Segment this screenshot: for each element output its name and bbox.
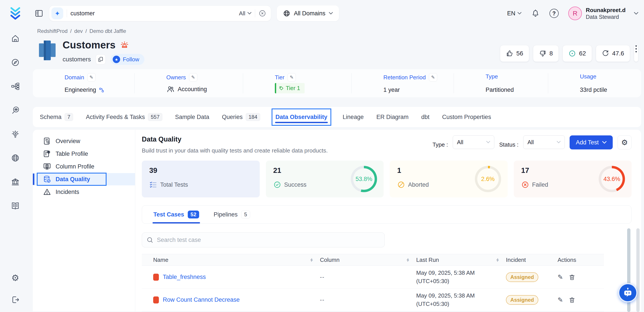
subnav-column-profile[interactable]: Column Profile [33,160,135,173]
home-icon[interactable] [11,34,20,43]
globe-icon[interactable] [11,153,20,162]
add-test-button[interactable]: Add Test [570,135,613,149]
dq-settings-gear-icon[interactable]: ⚙ [618,135,632,149]
type-label[interactable]: Type [486,73,498,80]
breadcrumb-database[interactable]: Demo dbt Jaffle [90,28,126,34]
sidebar-toggle-icon[interactable] [34,9,43,18]
tab-pipelines[interactable]: Pipelines 5 [214,206,250,223]
rail-nav [11,34,20,210]
settings-gear-icon[interactable]: ⚙ [11,273,20,282]
freshness-button[interactable]: 47.6 [596,45,630,62]
tab-sample-data[interactable]: Sample Data [174,109,210,125]
table-row: Row Count Cannot Decrease -- May 09, 202… [142,288,604,311]
follow-button[interactable]: ★ Follow [110,54,144,65]
sort-icon[interactable]: ▲▼ [406,258,409,262]
incident-badge[interactable]: Assigned [506,295,538,305]
tier-label[interactable]: Tier [275,74,284,81]
alert-siren-icon[interactable] [120,40,129,50]
downvote-button[interactable]: 8 [533,45,559,62]
observability-search-eye-icon[interactable] [11,106,20,115]
tab-dbt[interactable]: dbt [421,109,430,125]
upvote-button[interactable]: 56 [500,45,529,62]
tab-queries[interactable]: Queries184 [222,109,260,125]
language-selector[interactable]: EN [507,10,522,17]
edit-pencil-icon[interactable]: ✎ [288,73,296,82]
observability-subnav: Overview Table Profile Column Profile Da… [33,130,135,311]
subnav-overview[interactable]: Overview [33,135,135,147]
insights-bulb-icon[interactable] [11,130,20,138]
highlight-box [37,173,106,186]
failed-status-chip [153,296,159,303]
breadcrumb-connection[interactable]: RedshiftProd [37,28,68,34]
sort-icon[interactable]: ▲▼ [496,258,498,262]
help-icon[interactable]: ? [550,9,559,18]
glossary-book-icon[interactable] [11,201,20,210]
global-search-bar[interactable]: ✦ All [49,6,271,21]
tier-badge[interactable]: Tier 1 [275,83,304,93]
edit-pencil-icon[interactable]: ✎ [558,273,563,281]
tab-lineage[interactable]: Lineage [342,109,364,125]
delete-trash-icon[interactable] [569,274,575,280]
test-case-search[interactable] [142,232,385,247]
metadata-type: Type Partitioned [454,73,548,93]
search-scope-dropdown[interactable]: All [239,10,252,17]
chatbot-button[interactable] [618,283,638,302]
tab-custom-properties[interactable]: Custom Properties [442,109,492,125]
sort-icon[interactable]: ▲▼ [310,258,312,262]
page-title: Customers [62,39,116,51]
edit-pencil-icon[interactable]: ✎ [87,73,96,82]
type-filter-select[interactable]: All [453,135,494,149]
owners-label[interactable]: Owners [166,74,186,81]
copy-icon[interactable] [96,54,106,64]
metadata-usage: Usage 33rd pctile [548,73,641,93]
ai-sparkle-icon: ✦ [52,8,63,19]
search-input[interactable] [70,10,236,17]
summary-cards: 39 Total Tests 21 Success 53.8% 1 [142,161,632,197]
score-button[interactable]: 62 [562,45,592,62]
logout-icon[interactable] [11,295,20,304]
edit-pencil-icon[interactable]: ✎ [189,73,198,82]
tab-schema[interactable]: Schema7 [40,109,74,125]
tab-data-observability[interactable]: Data Observability [272,109,330,125]
breadcrumb-schema[interactable]: dev [74,28,83,34]
subnav-table-profile[interactable]: Table Profile [33,148,135,160]
incident-badge[interactable]: Assigned [506,272,538,282]
page-scrollbar[interactable] [636,228,640,312]
domain-label[interactable]: Domain [64,74,84,81]
domain-link-icon [99,88,104,92]
atlan-logo-icon[interactable] [8,6,22,20]
test-case-link[interactable]: Row Count Cannot Decrease [163,296,240,303]
edit-pencil-icon[interactable]: ✎ [558,296,563,304]
edit-pencil-icon[interactable]: ✎ [429,73,437,82]
all-domains-button[interactable]: All Domains [277,6,339,21]
test-tabs: Test Cases 52 Pipelines 5 [142,205,632,224]
thumbs-down-icon [539,50,546,57]
test-case-link[interactable]: Table_freshness [163,274,206,280]
delete-trash-icon[interactable] [569,297,575,303]
column-cell: -- [320,296,416,303]
governance-bank-icon[interactable] [11,178,20,186]
domain-value[interactable]: Engineering [64,87,96,93]
clear-search-icon[interactable] [259,10,266,17]
subnav-data-quality[interactable]: Data Quality [33,173,135,185]
subnav-incidents[interactable]: Incidents [33,186,135,198]
user-menu[interactable]: R Rounakpreet.d Data Steward [568,7,638,20]
discover-compass-icon[interactable] [11,58,20,67]
usage-label[interactable]: Usage [580,73,596,80]
test-case-search-input[interactable] [157,237,380,243]
owners-value[interactable]: Accounting [178,86,207,93]
app-rail: ⚙ [0,0,31,312]
card-aborted: 1 Aborted 2.6% [390,161,508,197]
last-run-cell: May 09, 2025, 5:38 AM (UTC+05:30) [416,292,506,308]
tab-er-diagram[interactable]: ER Diagram [376,109,409,125]
tab-test-cases[interactable]: Test Cases 52 [154,206,199,223]
lineage-flow-icon[interactable] [11,82,20,91]
tab-activity-feeds[interactable]: Activity Feeds & Tasks557 [85,109,163,125]
notifications-bell-icon[interactable] [531,9,540,18]
status-filter-select[interactable]: All [523,135,565,149]
success-ring: 53.8% [351,166,377,192]
retention-label[interactable]: Retention Period [384,74,426,81]
metadata-retention: Retention Period✎ 1 year [352,73,454,93]
tag-icon [279,86,284,90]
more-actions-kebab-icon[interactable] [634,45,638,62]
